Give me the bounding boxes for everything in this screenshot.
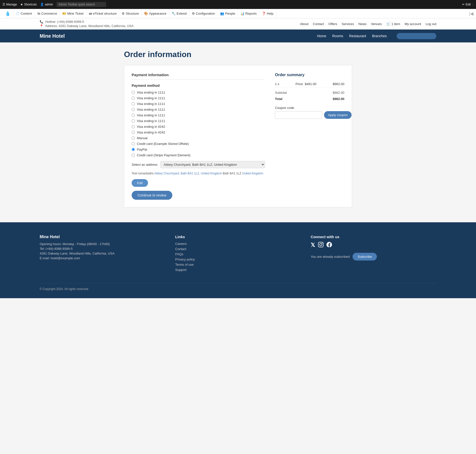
payment-option-cc-stripe[interactable]: Credit card (Stripe Payment Element) [132,153,265,157]
cms-nav-right: |◀ [469,11,474,16]
footer-link-privacy[interactable]: Privacy policy [175,258,301,261]
radio-cc-stripe[interactable] [132,154,135,157]
footer-link-faqs[interactable]: FAQs [175,252,301,256]
payment-option-cc-offsite[interactable]: Credit card (Example Stored Offsite) [132,142,265,146]
payment-option-visa6[interactable]: Visa ending in 1111 [132,119,265,123]
address-link1[interactable]: Abbey Churchyard, Bath BA1 1LZ, United K… [154,172,222,175]
address-text: Test romanbaths Abbey Churchyard, Bath B… [132,171,265,176]
paypal-label: PayPal [137,148,147,151]
cc-offsite-label: Credit card (Example Stored Offsite) [137,142,189,146]
apply-coupon-button[interactable]: Apply coupon [324,111,352,119]
edit-button[interactable]: ✏ Edit [462,3,471,6]
offers-link[interactable]: Offers [328,22,337,26]
cms-nav-eticket[interactable]: 🎟 eTicket structure [86,9,119,18]
drupal-icon: 💧 [5,11,10,16]
cms-nav-people[interactable]: 👥 People [218,9,238,18]
cart-link[interactable]: 1 item [386,22,400,26]
address-link2[interactable]: United Kingdom [242,172,263,175]
radio-visa5[interactable] [132,114,135,117]
config-icon: ⚙ [192,12,195,15]
admin-search-input[interactable] [57,2,106,7]
services-link[interactable]: Services [342,22,354,26]
radio-visa6[interactable] [132,119,135,123]
subscribe-button[interactable]: Subscribe [353,253,377,260]
radio-paypal[interactable] [132,148,135,151]
price-label: Price [296,82,303,86]
instagram-icon[interactable] [318,242,324,249]
subtotal-value: $962.00 [333,91,344,95]
payment-option-manual[interactable]: Manual [132,136,265,140]
footer-link-support[interactable]: Support [175,268,301,272]
payment-option-visa2[interactable]: Visa ending in 1111 [132,96,265,100]
cms-nav-appearance[interactable]: 🎨 Appearance [142,9,169,18]
hotline: Hotline: (+84)-9388-9399-5 [40,20,134,24]
footer-address: 4281 Oakway Lane, Woodland Hills, Califo… [40,252,165,255]
facebook-icon[interactable] [327,242,332,249]
site-logo[interactable]: Mine Hotel [40,33,65,39]
radio-visa2[interactable] [132,97,135,100]
edit-address-button[interactable]: Edit [132,179,148,187]
footer-link-contact[interactable]: Contact [175,247,301,251]
radio-visa4[interactable] [132,108,135,111]
continue-button[interactable]: Continue to review [132,191,172,200]
payment-option-visa7[interactable]: Visa ending in 4242 [132,125,265,129]
radio-visa1[interactable] [132,91,135,94]
cms-nav-help[interactable]: ❓ Help [259,9,276,18]
cms-nav-configuration[interactable]: ⚙ Configuration [189,9,218,18]
coupon-input[interactable] [275,111,322,119]
cms-nav-structure-label: Structure [126,12,139,15]
news-link[interactable]: News [358,22,367,26]
site-search-input[interactable] [397,33,436,39]
cms-nav-structure[interactable]: ⚙ Structure [119,9,142,18]
address-select[interactable]: Abbey Churchyard, Bath BA1 1LZ, United K… [160,161,265,168]
address: Address: 4281 Oakway Lane, Woodland Hill… [40,24,134,28]
nav-restaurant[interactable]: Restaurant [349,34,366,38]
cms-nav: 💧 📄 Content 🛍 Commerce 🎫 Mine Ticket 🎟 e… [0,9,476,18]
payment-option-visa5[interactable]: Visa ending in 1111 [132,113,265,117]
payment-option-visa1[interactable]: Visa ending in 1111 [132,91,265,94]
my-account-link[interactable]: My account [405,22,421,26]
manage-button[interactable]: ☰ Manage [2,3,17,6]
payment-option-visa8[interactable]: Visa ending in 4242 [132,130,265,134]
radio-manual[interactable] [132,136,135,140]
price-value: $481.00 [305,82,316,86]
drupal-logo[interactable]: 💧 [2,9,13,18]
payment-option-paypal[interactable]: PayPal [132,148,265,151]
contact-link[interactable]: Contact [313,22,324,26]
nav-rooms[interactable]: Rooms [332,34,343,38]
radio-visa3[interactable] [132,102,135,105]
order-line-total: $962.00 [333,82,344,86]
radio-cc-offsite[interactable] [132,142,135,145]
visa1-label: Visa ending in 1111 [137,91,165,94]
coupon-label: Coupon code [275,106,344,110]
footer-link-terms[interactable]: Terms of use [175,263,301,266]
cms-nav-configuration-label: Configuration [196,12,215,15]
footer-brand-name: Mine Hotel [40,235,165,239]
logout-link[interactable]: Log out [426,22,436,26]
visa8-label: Visa ending in 4242 [137,130,165,134]
star-icon: ★ [20,3,23,6]
venues-link[interactable]: Venues [371,22,382,26]
payment-option-visa3[interactable]: Visa ending in 1111 [132,102,265,106]
shortcuts-button[interactable]: ★ Shortcuts [20,3,37,6]
cms-nav-commerce-label: Commerce [41,12,57,15]
radio-visa7[interactable] [132,125,135,128]
structure-icon: ⚙ [122,12,125,15]
twitter-icon[interactable]: 𝕏 [311,242,315,249]
nav-branches[interactable]: Branches [372,34,387,38]
manage-icon: ☰ [2,3,5,6]
payment-option-visa4[interactable]: Visa ending in 1111 [132,108,265,111]
edit-label: Edit [466,3,471,6]
about-link[interactable]: About [300,22,308,26]
cms-nav-extend[interactable]: 🔧 Extend [169,9,189,18]
cms-nav-content[interactable]: 📄 Content [13,9,35,18]
footer-link-careers[interactable]: Careers [175,242,301,246]
cms-nav-mine-ticket[interactable]: 🎫 Mine Ticket [60,9,86,18]
radio-visa8[interactable] [132,131,135,134]
cms-nav-commerce[interactable]: 🛍 Commerce [35,9,60,18]
cms-nav-reports[interactable]: 📊 Reports [238,9,260,18]
footer-email: E-mail: hotel@example.com [40,256,165,260]
nav-home[interactable]: Home [317,34,326,38]
admin-user-button[interactable]: 👤 admin [40,3,53,6]
visa7-label: Visa ending in 4242 [137,125,165,129]
